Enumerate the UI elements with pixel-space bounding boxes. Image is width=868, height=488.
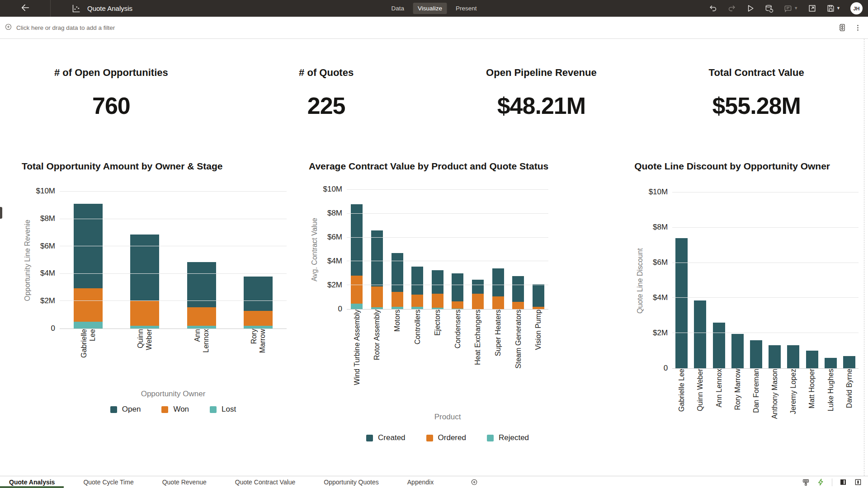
bar-segment-open[interactable] — [244, 277, 273, 311]
canvas-grammar-button[interactable] — [838, 23, 847, 32]
bar-segment-quote-line-discount[interactable] — [713, 323, 725, 368]
bar-segment-created[interactable] — [371, 230, 383, 286]
bar-segment-lost[interactable] — [187, 326, 216, 328]
legend-item-won[interactable]: Won — [161, 405, 189, 414]
bar-heat-exchangers[interactable] — [472, 280, 484, 309]
bar-matt-hooper[interactable] — [806, 351, 818, 368]
bar-rotor-assembly[interactable] — [371, 230, 383, 309]
bar-segment-lost[interactable] — [130, 326, 159, 328]
canvas-tab-quote-contract-value[interactable]: Quote Contract Value — [226, 476, 305, 488]
kpi-open-opportunities[interactable]: # of Open Opportunities 760 — [4, 67, 219, 126]
back-button[interactable] — [0, 0, 51, 17]
panel-expand-handle[interactable] — [0, 207, 2, 219]
bar-ann-lennox[interactable] — [187, 262, 216, 328]
bar-rory-marrow[interactable] — [731, 334, 744, 368]
canvas-tab-opportunity-quotes[interactable]: Opportunity Quotes — [315, 476, 387, 488]
canvas-tab-quote-analysis[interactable]: Quote Analysis — [0, 476, 64, 488]
bar-segment-open[interactable] — [130, 235, 159, 300]
canvas-tab-appendix[interactable]: Appendix — [398, 476, 443, 488]
bar-segment-rejected[interactable] — [392, 307, 403, 309]
add-canvas-button[interactable] — [471, 476, 478, 488]
notes-menu-button[interactable]: ▼ — [783, 4, 798, 13]
canvas-tab-quote-cycle-time[interactable]: Quote Cycle Time — [74, 476, 142, 488]
chart-opportunity-amount-by-owner-stage[interactable]: Total Opportunity Amount by Owner & Stag… — [4, 126, 297, 476]
bar-segment-created[interactable] — [411, 267, 423, 295]
bar-segment-rejected[interactable] — [411, 307, 423, 309]
redo-button[interactable] — [727, 4, 736, 13]
bar-segment-ordered[interactable] — [392, 292, 403, 307]
bar-quinn-weber[interactable] — [694, 300, 706, 368]
bar-segment-ordered[interactable] — [472, 294, 484, 309]
bar-quinn-weber[interactable] — [130, 235, 159, 328]
undo-button[interactable] — [709, 4, 717, 13]
bar-segment-created[interactable] — [392, 253, 403, 292]
bar-steam-generators[interactable] — [512, 276, 524, 309]
bar-jeremy-lopez[interactable] — [787, 345, 799, 368]
bar-super-heaters[interactable] — [492, 268, 504, 309]
bar-segment-won[interactable] — [74, 288, 103, 322]
bar-segment-rejected[interactable] — [351, 304, 363, 309]
bar-segment-lost[interactable] — [74, 322, 103, 328]
bar-segment-ordered[interactable] — [492, 296, 504, 309]
bar-segment-created[interactable] — [432, 270, 443, 293]
bar-gabrielle-lee[interactable] — [675, 238, 688, 368]
bar-segment-ordered[interactable] — [533, 307, 544, 309]
bar-dan-foreman[interactable] — [750, 340, 762, 368]
kpi-quotes[interactable]: # of Quotes 225 — [219, 67, 434, 126]
bar-segment-rejected[interactable] — [432, 308, 443, 309]
bar-segment-created[interactable] — [512, 276, 524, 302]
legend-item-rejected[interactable]: Rejected — [487, 433, 529, 442]
bar-segment-created[interactable] — [533, 284, 544, 307]
bar-david-byrne[interactable] — [843, 356, 855, 368]
bar-wind-turbine-assembly[interactable] — [351, 204, 363, 309]
bar-rory-marrow[interactable] — [244, 277, 273, 328]
save-menu-button[interactable]: ▼ — [826, 4, 840, 13]
bar-segment-lost[interactable] — [244, 326, 273, 328]
bar-condensers[interactable] — [452, 273, 463, 309]
canvas-tab-quote-revenue[interactable]: Quote Revenue — [153, 476, 216, 488]
toggle-left-panel-button[interactable] — [839, 478, 847, 486]
bar-segment-ordered[interactable] — [512, 302, 524, 309]
add-filter-prompt[interactable]: Click here or drag data to add a filter — [5, 23, 115, 32]
toggle-right-panel-button[interactable] — [854, 478, 862, 486]
bar-segment-rejected[interactable] — [452, 309, 463, 309]
bar-controllers[interactable] — [411, 267, 423, 309]
legend-item-open[interactable]: Open — [110, 405, 141, 414]
kpi-open-pipeline-revenue[interactable]: Open Pipeline Revenue $48.21M — [434, 67, 649, 126]
open-in-new-button[interactable] — [808, 4, 816, 13]
bar-segment-created[interactable] — [351, 204, 363, 276]
chart-avg-contract-value-by-product-status[interactable]: Average Contract Value by Product and Qu… — [297, 126, 608, 476]
user-avatar[interactable]: JH — [850, 2, 863, 14]
bar-segment-rejected[interactable] — [371, 307, 383, 309]
tab-present[interactable]: Present — [451, 3, 482, 14]
bar-segment-quote-line-discount[interactable] — [675, 238, 688, 368]
bar-luke-hughes[interactable] — [825, 358, 837, 368]
bar-segment-quote-line-discount[interactable] — [769, 345, 781, 368]
style-brush-button[interactable] — [802, 478, 810, 487]
bar-segment-quote-line-discount[interactable] — [825, 358, 837, 368]
kpi-total-contract-value[interactable]: Total Contract Value $55.28M — [649, 67, 864, 126]
bar-segment-quote-line-discount[interactable] — [843, 356, 855, 368]
legend-item-created[interactable]: Created — [366, 433, 405, 442]
bar-gabrielle-lee[interactable] — [74, 204, 103, 328]
bar-ann-lennox[interactable] — [713, 323, 725, 368]
bar-ejectors[interactable] — [432, 270, 443, 309]
bar-segment-ordered[interactable] — [351, 276, 363, 304]
kebab-menu-button[interactable] — [854, 24, 862, 32]
bar-segment-ordered[interactable] — [432, 294, 443, 308]
bar-segment-quote-line-discount[interactable] — [806, 351, 818, 368]
bar-segment-quote-line-discount[interactable] — [694, 300, 706, 368]
bar-segment-created[interactable] — [452, 273, 463, 301]
legend-item-lost[interactable]: Lost — [210, 405, 236, 414]
bar-segment-created[interactable] — [472, 280, 484, 293]
chart-quote-line-discount-by-owner[interactable]: Quote Line Discount by Opportunity Owner… — [608, 126, 864, 476]
bar-segment-ordered[interactable] — [452, 301, 463, 309]
bar-segment-ordered[interactable] — [371, 286, 383, 307]
bar-segment-ordered[interactable] — [411, 295, 423, 306]
tab-visualize[interactable]: Visualize — [413, 3, 447, 14]
bar-segment-won[interactable] — [187, 307, 216, 326]
bar-segment-won[interactable] — [244, 311, 273, 326]
bar-segment-quote-line-discount[interactable] — [787, 345, 799, 368]
bar-anthony-mason[interactable] — [769, 345, 781, 368]
auto-insights-bolt-button[interactable] — [817, 478, 825, 486]
